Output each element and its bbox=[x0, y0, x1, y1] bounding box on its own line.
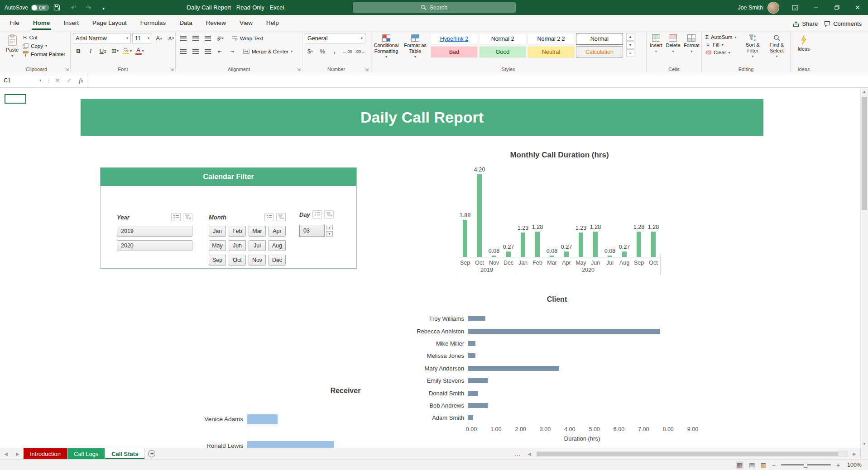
ribbon-tab-insert[interactable]: Insert bbox=[57, 16, 86, 30]
cell-style-normal[interactable]: Normal bbox=[576, 33, 623, 45]
hscroll-left-arrow[interactable]: ◀ bbox=[523, 448, 535, 459]
sheet-tab-introduction[interactable]: Introduction bbox=[24, 448, 67, 459]
align-top-button[interactable] bbox=[178, 33, 189, 43]
slicer-item-aug[interactable]: Aug bbox=[269, 240, 286, 251]
page-break-view-button[interactable]: ▥ bbox=[760, 461, 766, 469]
decrease-decimal-button[interactable]: .00→ bbox=[355, 46, 366, 57]
cell-style-calculation[interactable]: Calculation bbox=[576, 46, 623, 58]
cancel-entry-button[interactable]: ✕ bbox=[52, 73, 63, 87]
number-format-combo[interactable]: General▾ bbox=[305, 33, 365, 43]
find-select-button[interactable]: Find & Select▾ bbox=[766, 33, 788, 60]
redo-button[interactable]: ↷ bbox=[83, 4, 94, 11]
styles-gallery-more-button[interactable]: ≡ bbox=[626, 49, 634, 57]
worksheet-canvas[interactable]: Daily Call Report Calendar Filter Year 2… bbox=[0, 88, 860, 448]
zoom-slider[interactable] bbox=[781, 464, 831, 465]
slicer-item-dec[interactable]: Dec bbox=[269, 255, 286, 266]
restore-button[interactable] bbox=[826, 0, 847, 15]
autosum-button[interactable]: ΣAutoSum▾ bbox=[704, 34, 740, 40]
day-value-field[interactable]: 03 bbox=[299, 225, 325, 237]
undo-button[interactable]: ↶ bbox=[68, 4, 79, 11]
fill-color-button[interactable]: ▾ bbox=[122, 46, 133, 56]
year-clear-filter-button[interactable] bbox=[183, 213, 192, 221]
close-button[interactable]: ✕ bbox=[847, 0, 868, 15]
new-sheet-button[interactable]: + bbox=[145, 448, 158, 459]
decrease-indent-button[interactable]: ⇤ bbox=[215, 46, 225, 57]
wrap-text-button[interactable]: Wrap Text bbox=[230, 35, 264, 42]
ribbon-tab-page-layout[interactable]: Page Layout bbox=[86, 16, 134, 30]
normal-view-button[interactable]: ▦ bbox=[736, 461, 743, 469]
minimize-button[interactable]: ─ bbox=[806, 0, 826, 15]
insert-function-button[interactable]: fx bbox=[75, 73, 87, 87]
borders-button[interactable]: ⊞▾ bbox=[110, 46, 120, 56]
format-as-table-button[interactable]: Format as Table▾ bbox=[402, 33, 429, 60]
styles-gallery-down-button[interactable]: ▼ bbox=[626, 41, 634, 49]
slicer-item-jul[interactable]: Jul bbox=[249, 240, 266, 251]
increase-decimal-button[interactable]: ←.00 bbox=[341, 46, 353, 57]
search-input[interactable]: Search bbox=[353, 2, 516, 13]
align-bottom-button[interactable] bbox=[202, 33, 213, 43]
clipboard-dialog-launcher[interactable]: ⇲ bbox=[65, 67, 69, 72]
day-multiselect-button[interactable] bbox=[312, 210, 322, 218]
format-painter-button[interactable]: Format Painter bbox=[21, 51, 67, 57]
day-spin-up-button[interactable]: ▲ bbox=[326, 225, 333, 230]
shrink-font-button[interactable]: A▾ bbox=[166, 33, 177, 43]
accounting-format-button[interactable]: $▾ bbox=[305, 46, 316, 57]
day-clear-filter-button[interactable] bbox=[324, 210, 334, 218]
vertical-scrollbar[interactable]: ▲ ▼ bbox=[860, 88, 868, 448]
ribbon-tab-formulas[interactable]: Formulas bbox=[134, 16, 173, 30]
hscroll-right-arrow[interactable]: ▶ bbox=[849, 448, 860, 459]
day-spin-down-button[interactable]: ▼ bbox=[326, 231, 333, 237]
fill-button[interactable]: Fill▾ bbox=[704, 42, 740, 48]
format-cells-button[interactable]: Format▾ bbox=[683, 33, 700, 55]
cell-style-normal-2-2[interactable]: Normal 2 2 bbox=[528, 33, 575, 45]
insert-cells-button[interactable]: Insert▾ bbox=[649, 33, 663, 55]
zoom-level[interactable]: 100% bbox=[845, 462, 862, 468]
quick-access-customize-button[interactable]: ▾ bbox=[98, 4, 109, 11]
conditional-formatting-button[interactable]: Conditional Formatting▾ bbox=[373, 33, 400, 60]
grow-font-button[interactable]: A▴ bbox=[153, 33, 164, 43]
ribbon-tab-file[interactable]: File bbox=[3, 16, 26, 30]
ribbon-tab-view[interactable]: View bbox=[233, 16, 259, 30]
align-middle-button[interactable] bbox=[190, 33, 201, 43]
slicer-item-apr[interactable]: Apr bbox=[269, 226, 286, 237]
ribbon-tab-help[interactable]: Help bbox=[259, 16, 286, 30]
cell-style-bad[interactable]: Bad bbox=[431, 46, 478, 58]
cell-style-normal-2[interactable]: Normal 2 bbox=[479, 33, 526, 45]
italic-button[interactable]: I bbox=[85, 46, 96, 56]
scroll-down-arrow[interactable]: ▼ bbox=[861, 440, 868, 448]
sheet-nav-left-button[interactable]: ◀ bbox=[0, 448, 12, 459]
page-layout-view-button[interactable]: ▤ bbox=[749, 461, 755, 469]
font-size-combo[interactable]: 11▾ bbox=[132, 33, 152, 43]
slicer-item-may[interactable]: May bbox=[209, 240, 226, 251]
sheet-tab-call-logs[interactable]: Call Logs bbox=[67, 448, 105, 459]
align-left-button[interactable] bbox=[178, 46, 189, 57]
delete-cells-button[interactable]: Delete▾ bbox=[665, 33, 681, 55]
clear-button[interactable]: Clear▾ bbox=[704, 49, 740, 56]
merge-center-button[interactable]: Merge & Center▾ bbox=[242, 48, 294, 55]
share-button[interactable]: Share bbox=[793, 20, 818, 27]
ribbon-tab-data[interactable]: Data bbox=[173, 16, 199, 30]
year-multiselect-button[interactable] bbox=[171, 213, 181, 221]
cell-style-hyperlink-2[interactable]: Hyperlink 2 bbox=[431, 33, 478, 45]
user-name[interactable]: Joe Smith bbox=[738, 5, 763, 11]
sheet-tab-call-stats[interactable]: Call Stats bbox=[105, 448, 145, 459]
tab-overflow-button[interactable]: … bbox=[512, 448, 523, 459]
sort-filter-button[interactable]: AZ Sort & Filter▾ bbox=[742, 33, 764, 60]
horizontal-scrollbar-thumb[interactable] bbox=[537, 452, 838, 456]
sheet-nav-right-button[interactable]: ▶ bbox=[12, 448, 24, 459]
ribbon-tab-home[interactable]: Home bbox=[26, 16, 57, 30]
underline-button[interactable]: U▾ bbox=[97, 46, 108, 56]
name-box[interactable]: C1▾ bbox=[0, 73, 45, 87]
bold-button[interactable]: B bbox=[73, 46, 84, 56]
zoom-slider-thumb[interactable] bbox=[804, 462, 807, 468]
percent-style-button[interactable]: % bbox=[317, 46, 328, 57]
cell-style-good[interactable]: Good bbox=[479, 46, 526, 58]
selected-cell[interactable] bbox=[5, 94, 26, 104]
vertical-scrollbar-thumb[interactable] bbox=[862, 97, 867, 210]
slicer-item-2019[interactable]: 2019 bbox=[117, 226, 192, 237]
formula-input[interactable] bbox=[87, 73, 868, 87]
save-button[interactable] bbox=[53, 4, 64, 11]
font-dialog-launcher[interactable]: ⇲ bbox=[170, 67, 174, 72]
comma-style-button[interactable]: , bbox=[329, 46, 340, 57]
ribbon-tab-review[interactable]: Review bbox=[199, 16, 233, 30]
